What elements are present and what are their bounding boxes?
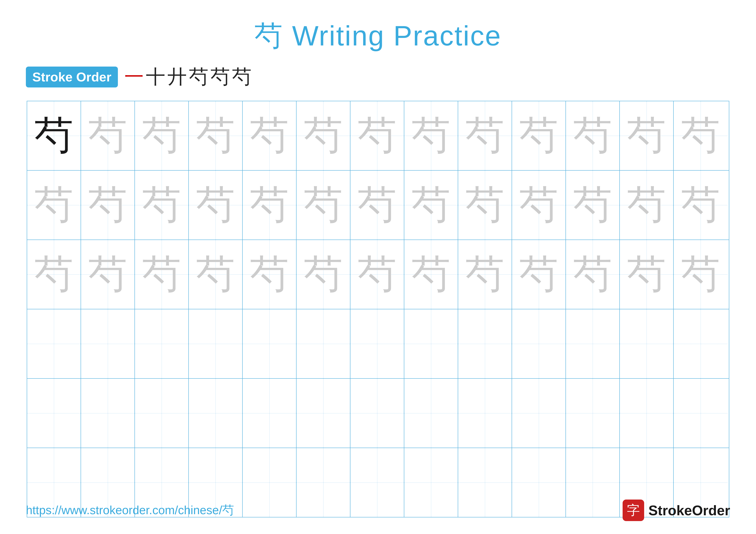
grid-cell[interactable]: 芍 <box>297 240 350 309</box>
grid-cell[interactable] <box>243 309 297 378</box>
grid-cell[interactable]: 芍 <box>189 171 243 240</box>
stroke-order-section: Stroke Order 一 十 廾 芍 芍 芍 <box>26 64 252 90</box>
grid-cell[interactable] <box>674 309 728 378</box>
footer: https://www.strokeorder.com/chinese/芍 字 … <box>26 499 730 521</box>
grid-cell[interactable]: 芍 <box>27 171 81 240</box>
practice-char: 芍 <box>519 186 558 224</box>
grid-cell[interactable]: 芍 <box>674 101 728 170</box>
grid-cell[interactable]: 芍 <box>674 240 728 309</box>
practice-char: 芍 <box>466 116 504 155</box>
grid-cell[interactable]: 芍 <box>243 240 297 309</box>
grid-cell[interactable] <box>135 309 189 378</box>
grid-cell[interactable] <box>620 379 674 447</box>
practice-char: 芍 <box>573 116 612 155</box>
grid-cell[interactable]: 芍 <box>458 171 512 240</box>
footer-url[interactable]: https://www.strokeorder.com/chinese/芍 <box>26 502 234 518</box>
grid-cell[interactable]: 芍 <box>350 101 404 170</box>
practice-char: 芍 <box>519 255 558 294</box>
practice-char: 芍 <box>627 255 666 294</box>
practice-char: 芍 <box>35 116 73 155</box>
grid-cell[interactable] <box>620 309 674 378</box>
grid-cell[interactable]: 芍 <box>135 240 189 309</box>
grid-cell[interactable] <box>81 379 135 447</box>
grid-cell[interactable]: 芍 <box>458 240 512 309</box>
practice-char: 芍 <box>196 116 235 155</box>
grid-row <box>27 379 729 448</box>
grid-cell[interactable]: 芍 <box>458 101 512 170</box>
grid-cell[interactable]: 芍 <box>27 101 81 170</box>
practice-char: 芍 <box>358 255 396 294</box>
grid-cell[interactable] <box>512 309 566 378</box>
grid-cell[interactable] <box>566 379 620 447</box>
grid-cell[interactable]: 芍 <box>566 240 620 309</box>
grid-cell[interactable]: 芍 <box>566 171 620 240</box>
grid-cell[interactable]: 芍 <box>404 101 458 170</box>
practice-char: 芍 <box>250 186 289 224</box>
grid-cell[interactable]: 芍 <box>135 171 189 240</box>
grid-cell[interactable]: 芍 <box>189 101 243 170</box>
grid-cell[interactable] <box>135 379 189 447</box>
grid-cell[interactable]: 芍 <box>189 240 243 309</box>
practice-char: 芍 <box>88 255 127 294</box>
stroke-5: 芍 <box>210 64 230 90</box>
grid-cell[interactable]: 芍 <box>243 101 297 170</box>
grid-cell[interactable]: 芍 <box>512 171 566 240</box>
grid-cell[interactable] <box>243 379 297 447</box>
grid-row: 芍芍芍芍芍芍芍芍芍芍芍芍芍 <box>27 101 729 171</box>
practice-char: 芍 <box>35 186 73 224</box>
practice-grid: 芍芍芍芍芍芍芍芍芍芍芍芍芍芍芍芍芍芍芍芍芍芍芍芍芍芍芍芍芍芍芍芍芍芍芍芍芍芍芍 <box>27 101 729 518</box>
practice-char: 芍 <box>304 116 343 155</box>
grid-row: 芍芍芍芍芍芍芍芍芍芍芍芍芍 <box>27 171 729 240</box>
grid-cell[interactable] <box>404 309 458 378</box>
grid-cell[interactable] <box>458 379 512 447</box>
grid-cell[interactable]: 芍 <box>404 240 458 309</box>
grid-cell[interactable] <box>512 379 566 447</box>
practice-char: 芍 <box>142 116 181 155</box>
grid-cell[interactable]: 芍 <box>27 240 81 309</box>
grid-cell[interactable] <box>458 309 512 378</box>
grid-cell[interactable] <box>27 379 81 447</box>
stroke-6: 芍 <box>232 64 252 90</box>
grid-cell[interactable] <box>189 379 243 447</box>
grid-cell[interactable] <box>404 379 458 447</box>
grid-cell[interactable] <box>27 309 81 378</box>
grid-cell[interactable] <box>566 309 620 378</box>
grid-cell[interactable]: 芍 <box>297 101 350 170</box>
practice-char: 芍 <box>88 116 127 155</box>
grid-cell[interactable]: 芍 <box>566 101 620 170</box>
grid-cell[interactable] <box>189 309 243 378</box>
grid-cell[interactable]: 芍 <box>135 101 189 170</box>
grid-cell[interactable]: 芍 <box>297 171 350 240</box>
grid-cell[interactable] <box>350 379 404 447</box>
practice-char: 芍 <box>250 255 289 294</box>
grid-cell[interactable]: 芍 <box>512 101 566 170</box>
footer-logo: 字 StrokeOrder <box>623 499 730 521</box>
grid-cell[interactable]: 芍 <box>404 171 458 240</box>
grid-row: 芍芍芍芍芍芍芍芍芍芍芍芍芍 <box>27 240 729 309</box>
grid-cell[interactable]: 芍 <box>350 240 404 309</box>
grid-cell[interactable]: 芍 <box>81 240 135 309</box>
grid-cell[interactable]: 芍 <box>620 171 674 240</box>
practice-char: 芍 <box>196 186 235 224</box>
grid-cell[interactable] <box>297 309 350 378</box>
grid-row <box>27 309 729 379</box>
grid-cell[interactable]: 芍 <box>620 101 674 170</box>
practice-char: 芍 <box>304 186 343 224</box>
grid-cell[interactable]: 芍 <box>512 240 566 309</box>
page: 芍 Writing Practice Stroke Order 一 十 廾 芍 … <box>0 0 756 534</box>
grid-cell[interactable]: 芍 <box>620 240 674 309</box>
grid-cell[interactable] <box>81 309 135 378</box>
grid-cell[interactable] <box>674 379 728 447</box>
grid-cell[interactable]: 芍 <box>674 171 728 240</box>
grid-cell[interactable]: 芍 <box>81 101 135 170</box>
grid-cell[interactable]: 芍 <box>81 171 135 240</box>
grid-cell[interactable] <box>297 379 350 447</box>
grid-cell[interactable]: 芍 <box>243 171 297 240</box>
grid-cell[interactable] <box>350 309 404 378</box>
practice-char: 芍 <box>412 255 450 294</box>
practice-char: 芍 <box>304 255 343 294</box>
practice-char: 芍 <box>681 116 720 155</box>
grid-cell[interactable]: 芍 <box>350 171 404 240</box>
practice-char: 芍 <box>196 255 235 294</box>
practice-char: 芍 <box>573 186 612 224</box>
